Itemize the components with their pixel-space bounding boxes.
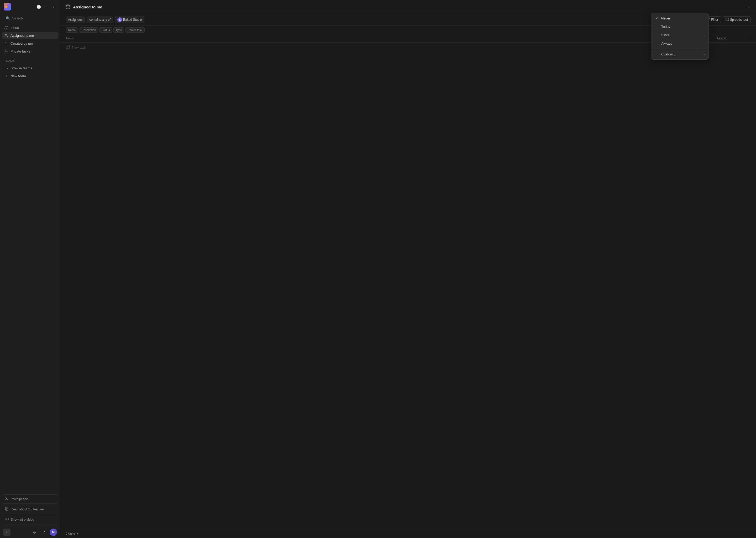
main-header: Assigned to me ···	[60, 0, 756, 14]
search-label: Search	[12, 16, 23, 20]
tasks-count-label: 0 tasks	[66, 532, 75, 535]
svg-point-2	[7, 7, 10, 9]
assignee-name-label: Baked Studio	[123, 18, 142, 22]
completed-dropdown: ✓ Never ✓ Today ✓ Since... › ✓ Always	[651, 13, 709, 60]
sidebar-header: 🕐 ‹ ›	[0, 0, 60, 14]
dropdown-item-always[interactable]: ✓ Always	[651, 39, 708, 48]
dropdown-since-label: Since...	[661, 33, 673, 37]
svg-point-1	[7, 5, 10, 7]
read-features-label: Read about 2.0 features	[11, 508, 45, 511]
col-chip-status[interactable]: Status	[99, 27, 112, 32]
new-task-label: New task	[72, 45, 86, 49]
dropdown-custom-label: Custom...	[661, 52, 676, 56]
sidebar-item-created[interactable]: Created by me	[2, 40, 58, 47]
contains-any-label: contains any of	[89, 18, 111, 22]
teams-nav: ··· Browse teams + New team	[0, 63, 60, 81]
svg-point-4	[6, 42, 7, 43]
new-button[interactable]: +	[3, 528, 11, 536]
dots-icon: ···	[4, 66, 8, 70]
assignees-label: Assignees	[68, 18, 82, 22]
assign-column-header: Assign	[717, 36, 743, 40]
sidebar-bottom: Invite people Read about 2.0 features Sh…	[0, 492, 60, 526]
svg-point-10	[119, 19, 120, 20]
back-button[interactable]: ‹	[43, 4, 49, 10]
svg-point-9	[67, 6, 69, 8]
tasks-column-header: Tasks	[66, 36, 685, 40]
sidebar-item-private-label: Private tasks	[11, 49, 30, 53]
spreadsheet-button[interactable]: Spreadsheet	[723, 16, 751, 23]
clock-icon-button[interactable]: 🕐	[35, 4, 42, 10]
invite-people-button[interactable]: Invite people	[2, 494, 58, 504]
sidebar-item-created-label: Created by me	[11, 41, 33, 45]
sidebar: 🕐 ‹ › 🔍 Search Inbox	[0, 0, 60, 538]
svg-point-6	[6, 497, 7, 499]
sidebar-item-private[interactable]: Private tasks	[2, 48, 58, 55]
doc-icon	[5, 507, 9, 511]
person-check-icon	[4, 33, 8, 37]
columns-more-icon[interactable]: ···	[146, 27, 152, 32]
sidebar-browse-teams-label: Browse teams	[11, 66, 32, 70]
help-button[interactable]: ?	[40, 528, 48, 536]
svg-point-0	[5, 6, 8, 8]
check-never-icon: ✓	[655, 16, 659, 20]
dropdown-today-label: Today	[661, 25, 670, 28]
search-icon: 🔍	[6, 16, 10, 20]
footer-actions: ⚙ ? M	[31, 528, 57, 536]
dropdown-never-label: Never	[661, 16, 670, 20]
sidebar-item-assigned-label: Assigned to me	[11, 34, 34, 37]
sidebar-item-inbox[interactable]: Inbox	[2, 24, 58, 31]
col-chip-name[interactable]: Name	[66, 27, 78, 32]
youtube-icon	[5, 517, 9, 522]
chevron-since-icon: ›	[704, 33, 705, 36]
add-column-button[interactable]: +	[743, 36, 751, 40]
sidebar-nav-icons: 🕐 ‹ ›	[35, 4, 57, 10]
search-bar[interactable]: 🔍 Search	[2, 15, 58, 22]
teams-section-label: Teams	[0, 56, 60, 63]
assignee-avatar	[117, 17, 122, 22]
tasks-count-chevron: ▾	[77, 532, 78, 535]
col-chip-description[interactable]: Description	[79, 27, 98, 32]
svg-rect-11	[726, 18, 729, 21]
app-logo[interactable]	[4, 3, 11, 11]
more-options-button[interactable]: ···	[743, 3, 751, 11]
main-content: Assigned to me ··· Assignees contains an…	[60, 0, 756, 538]
show-video-label: Show intro video	[11, 518, 34, 521]
svg-point-3	[5, 34, 7, 35]
dropdown-item-today[interactable]: ✓ Today	[651, 22, 708, 31]
dropdown-always-label: Always	[661, 41, 672, 45]
new-task-icon	[66, 45, 70, 50]
invite-people-label: Invite people	[11, 497, 28, 501]
dropdown-item-never[interactable]: ✓ Never	[651, 14, 708, 22]
person-icon	[4, 41, 8, 45]
page-title: Assigned to me	[73, 5, 102, 9]
filter-label: Filter	[711, 18, 718, 22]
avatar[interactable]: M	[50, 528, 57, 536]
assignees-filter-chip[interactable]: Assignees	[66, 17, 85, 23]
contains-any-filter-chip[interactable]: contains any of	[87, 17, 113, 23]
spreadsheet-icon	[726, 18, 729, 22]
sidebar-nav: Inbox Assigned to me Created by me	[0, 23, 60, 56]
page-icon	[66, 4, 71, 9]
show-video-button[interactable]: Show intro video	[2, 515, 58, 524]
sidebar-item-inbox-label: Inbox	[11, 26, 19, 30]
plus-team-icon: +	[4, 74, 8, 78]
spreadsheet-label: Spreadsheet	[730, 18, 748, 22]
sidebar-item-new-team[interactable]: + New team	[2, 72, 58, 80]
col-chip-type[interactable]: Type	[114, 27, 124, 32]
dropdown-item-since[interactable]: ✓ Since... ›	[651, 31, 708, 39]
read-features-button[interactable]: Read about 2.0 features	[2, 505, 58, 514]
sidebar-new-team-label: New team	[11, 74, 26, 78]
forward-button[interactable]: ›	[50, 4, 57, 10]
dropdown-item-custom[interactable]: ✓ Custom... ›	[651, 50, 708, 58]
assignee-value-chip[interactable]: Baked Studio	[115, 16, 144, 24]
sidebar-item-assigned[interactable]: Assigned to me	[2, 32, 58, 39]
sidebar-item-browse-teams[interactable]: ··· Browse teams	[2, 64, 58, 72]
tasks-count[interactable]: 0 tasks ▾	[66, 532, 78, 535]
chevron-custom-icon: ›	[704, 53, 705, 56]
settings-button[interactable]: ⚙	[31, 528, 38, 536]
sidebar-footer: + ⚙ ? M	[0, 526, 60, 538]
table-footer: 0 tasks ▾	[60, 529, 756, 538]
col-chip-parent-task[interactable]: Parent task	[125, 27, 145, 32]
svg-rect-5	[5, 51, 8, 53]
invite-people-icon	[5, 497, 9, 501]
